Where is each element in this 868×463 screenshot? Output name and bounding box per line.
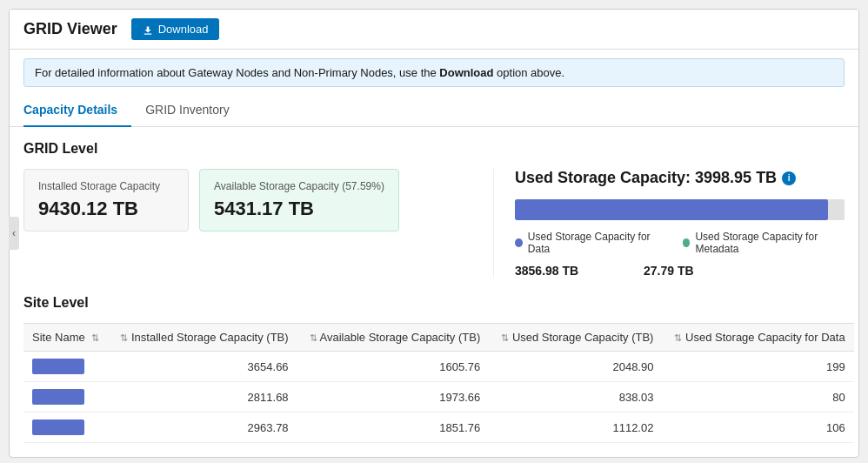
available-capacity-label: Available Storage Capacity (57.59%): [214, 180, 384, 192]
cell-used-1: 838.03: [489, 382, 662, 413]
col-installed[interactable]: ⇅ Installed Storage Capacity (TB): [108, 324, 297, 352]
legend-dot-data: [515, 238, 523, 247]
legend-dot-metadata: [683, 238, 691, 247]
available-capacity-card: Available Storage Capacity (57.59%) 5431…: [199, 169, 399, 232]
download-button[interactable]: Download: [131, 18, 219, 40]
cell-installed-1: 2811.68: [108, 382, 297, 413]
sort-icon-useddata-prefix: ⇅: [674, 332, 682, 344]
site-bar-2: [32, 419, 84, 435]
col-available[interactable]: ⇅ Available Storage Capacity (TB): [297, 324, 490, 352]
site-bar-1: [32, 389, 84, 405]
col-used[interactable]: ⇅ Used Storage Capacity (TB): [489, 324, 662, 352]
table-row: 3654.66 1605.76 2048.90 199: [23, 352, 854, 382]
tab-inventory[interactable]: GRID Inventory: [145, 96, 243, 127]
cell-site-color-1: [23, 382, 108, 413]
cell-used-data-2: 106: [662, 413, 853, 443]
cell-available-0: 1605.76: [297, 352, 490, 382]
cell-site-color-2: [23, 413, 108, 443]
cell-available-2: 1851.76: [297, 413, 490, 443]
legend-item-metadata: Used Storage Capacity for Metadata: [683, 231, 845, 255]
table-header: Site Name ⇅ ⇅ Installed Storage Capacity…: [23, 324, 854, 352]
legend: Used Storage Capacity for Data Used Stor…: [515, 231, 845, 255]
site-level-section: Site Level Site Name ⇅ ⇅ Installed Stora…: [23, 295, 845, 443]
installed-capacity-card: Installed Storage Capacity 9430.12 TB: [23, 169, 189, 232]
table-row: 2963.78 1851.76 1112.02 106: [23, 413, 854, 443]
col-used-data[interactable]: ⇅ Used Storage Capacity for Data: [662, 324, 853, 352]
storage-progress-bar: [515, 199, 845, 220]
site-bar-0: [32, 359, 84, 374]
tab-capacity[interactable]: Capacity Details: [23, 96, 131, 127]
legend-values: 3856.98 TB 27.79 TB: [515, 264, 845, 278]
sort-icon-available-prefix: ⇅: [310, 332, 317, 344]
cell-used-data-0: 199: [662, 352, 853, 382]
sort-icon-used-prefix: ⇅: [501, 332, 509, 344]
cell-installed-2: 2963.78: [108, 413, 297, 443]
site-level-title: Site Level: [23, 295, 845, 311]
grid-level-title: GRID Level: [23, 141, 845, 157]
svg-rect-0: [144, 33, 151, 34]
header: GRID Viewer Download: [10, 10, 858, 50]
cell-used-data-1: 80: [662, 382, 853, 413]
main-content: GRID Level Installed Storage Capacity 94…: [10, 127, 858, 457]
col-site-name[interactable]: Site Name ⇅: [23, 324, 108, 352]
sort-icon-site: ⇅: [91, 332, 99, 344]
tab-bar: Capacity Details GRID Inventory: [10, 96, 858, 127]
table-row: 2811.68 1973.66 838.03 80: [23, 382, 854, 413]
installed-capacity-value: 9430.12 TB: [38, 198, 174, 220]
site-table: Site Name ⇅ ⇅ Installed Storage Capacity…: [23, 323, 854, 443]
used-storage-title: Used Storage Capacity: 3998.95 TB i: [515, 169, 845, 187]
grid-level-left: Installed Storage Capacity 9430.12 TB Av…: [23, 169, 493, 278]
installed-capacity-label: Installed Storage Capacity: [38, 180, 174, 192]
available-capacity-value: 5431.17 TB: [214, 198, 384, 220]
sort-icon-installed-prefix: ⇅: [120, 332, 128, 344]
info-icon[interactable]: i: [782, 171, 796, 185]
cell-site-color-0: [23, 352, 108, 382]
sidebar-toggle-arrow[interactable]: ‹: [9, 217, 19, 250]
page-title: GRID Viewer: [23, 20, 117, 38]
cell-used-0: 2048.90: [489, 352, 662, 382]
cell-installed-0: 3654.66: [108, 352, 297, 382]
grid-level-right: Used Storage Capacity: 3998.95 TB i Used…: [493, 169, 845, 278]
progress-bar-fill: [515, 199, 828, 220]
metadata-storage-value: 27.79 TB: [644, 264, 748, 278]
table-body: 3654.66 1605.76 2048.90 199 2811.68 1973…: [23, 352, 854, 443]
download-icon: [142, 23, 154, 36]
cell-used-2: 1112.02: [489, 413, 662, 443]
data-storage-value: 3856.98 TB: [515, 264, 619, 278]
grid-level-row: Installed Storage Capacity 9430.12 TB Av…: [23, 169, 845, 278]
info-banner: For detailed information about Gateway N…: [23, 58, 845, 87]
cell-available-1: 1973.66: [297, 382, 490, 413]
legend-item-data: Used Storage Capacity for Data: [515, 231, 658, 255]
